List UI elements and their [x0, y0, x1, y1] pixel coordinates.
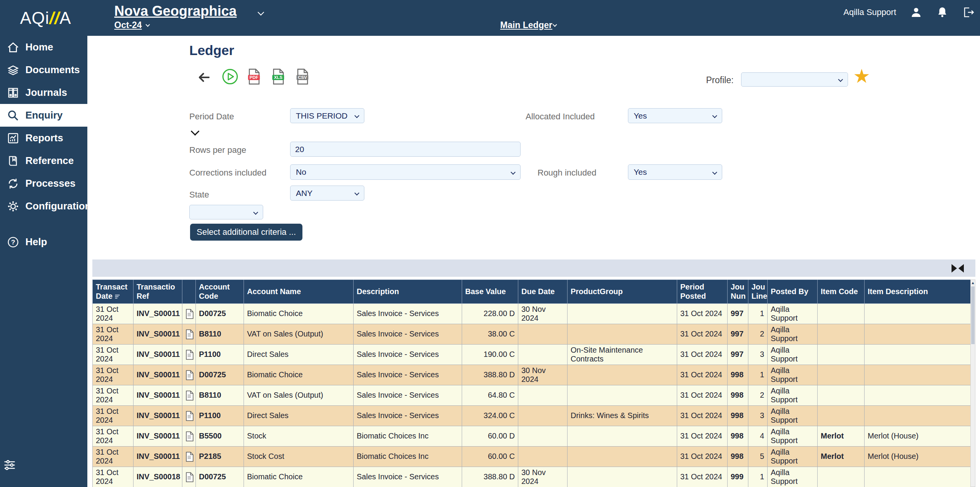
column-header-jnum[interactable]: Jou Nun: [728, 280, 748, 304]
column-header-jline[interactable]: Jou Line: [748, 280, 768, 304]
cell-code[interactable]: P1100: [196, 345, 244, 365]
additional-criteria-select[interactable]: [189, 205, 263, 219]
rough-included-select[interactable]: Yes: [628, 164, 722, 180]
sidebar-item-journals[interactable]: Journals: [0, 81, 87, 104]
cell-code[interactable]: P1100: [196, 406, 244, 426]
cell-ref[interactable]: INV_S00011: [134, 304, 182, 324]
cell-code[interactable]: B8110: [196, 324, 244, 345]
column-header-name[interactable]: Account Name: [244, 280, 354, 304]
export-pdf-icon[interactable]: PDF: [247, 69, 261, 85]
sidebar-item-home[interactable]: Home: [0, 36, 87, 59]
document-icon[interactable]: [182, 304, 196, 324]
cell-jnum[interactable]: 998: [728, 447, 748, 467]
column-header-by[interactable]: Posted By: [768, 280, 818, 304]
column-header-group[interactable]: ProductGroup: [568, 280, 677, 304]
cell-icode[interactable]: [818, 385, 865, 406]
collapse-columns-icon[interactable]: [951, 264, 965, 273]
notifications-bell-icon[interactable]: [936, 6, 948, 18]
chevron-down-icon: [838, 77, 843, 82]
cell-ref[interactable]: INV_S00011: [134, 406, 182, 426]
cell-jnum[interactable]: 997: [728, 345, 748, 365]
cell-ref[interactable]: INV_S00018: [134, 467, 182, 487]
column-header-base[interactable]: Base Value: [462, 280, 518, 304]
column-header-icode[interactable]: Item Code: [818, 280, 865, 304]
cell-ref[interactable]: INV_S00011: [134, 345, 182, 365]
cell-ref[interactable]: INV_S00011: [134, 447, 182, 467]
scroll-up-arrow[interactable]: ▲: [971, 280, 975, 286]
document-icon[interactable]: [182, 324, 196, 345]
cell-ref[interactable]: INV_S00011: [134, 426, 182, 447]
vertical-scrollbar[interactable]: ▲: [970, 279, 975, 487]
run-report-icon[interactable]: [222, 69, 238, 85]
profile-select[interactable]: [741, 72, 848, 87]
sidebar-item-reports[interactable]: Reports: [0, 127, 87, 149]
cell-jnum[interactable]: 998: [728, 365, 748, 385]
allocated-included-select[interactable]: Yes: [628, 108, 722, 123]
cell-icode[interactable]: Merlot: [818, 447, 865, 467]
expand-criteria-chevron[interactable]: [191, 127, 200, 136]
cell-code[interactable]: D00725: [196, 365, 244, 385]
cell-icode[interactable]: [818, 365, 865, 385]
rows-per-page-input[interactable]: [290, 142, 521, 157]
column-header-document[interactable]: [182, 280, 196, 304]
logout-icon[interactable]: [962, 6, 975, 18]
svg-text:?: ?: [11, 238, 15, 246]
ledger-selector[interactable]: Main Ledger: [500, 20, 552, 30]
sidebar-item-processes[interactable]: Processes: [0, 172, 87, 195]
document-icon[interactable]: [182, 385, 196, 406]
cell-jnum[interactable]: 998: [728, 406, 748, 426]
column-header-date[interactable]: Transact Date: [93, 280, 134, 304]
sidebar-item-enquiry[interactable]: Enquiry: [0, 104, 87, 127]
cell-icode[interactable]: [818, 304, 865, 324]
document-icon[interactable]: [182, 365, 196, 385]
cell-code[interactable]: B5500: [196, 426, 244, 447]
period-date-select[interactable]: THIS PERIOD: [290, 108, 364, 123]
cell-code[interactable]: D00725: [196, 467, 244, 487]
company-selector[interactable]: Nova Geographica: [114, 3, 237, 19]
cell-icode[interactable]: [818, 324, 865, 345]
cell-icode[interactable]: [818, 467, 865, 487]
sidebar-item-configuration[interactable]: Configuration: [0, 195, 87, 218]
cell-icode[interactable]: [818, 345, 865, 365]
document-icon[interactable]: [182, 406, 196, 426]
cell-code[interactable]: P2185: [196, 447, 244, 467]
filter-sliders-icon[interactable]: [3, 459, 16, 472]
column-header-idesc[interactable]: Item Description: [865, 280, 971, 304]
cell-icode[interactable]: Merlot: [818, 426, 865, 447]
cell-jnum[interactable]: 997: [728, 304, 748, 324]
back-arrow-icon[interactable]: [197, 70, 211, 84]
scrollbar-thumb[interactable]: [971, 286, 975, 344]
cell-code[interactable]: B8110: [196, 385, 244, 406]
cell-ref[interactable]: INV_S00011: [134, 385, 182, 406]
corrections-included-select[interactable]: No: [290, 164, 521, 180]
favourite-star-icon[interactable]: ★: [853, 67, 870, 86]
cell-icode[interactable]: [818, 406, 865, 426]
cell-jnum[interactable]: 999: [728, 467, 748, 487]
column-header-code[interactable]: Account Code: [196, 280, 244, 304]
column-header-desc[interactable]: Description: [354, 280, 462, 304]
export-xls-icon[interactable]: XLS: [271, 69, 285, 85]
cell-code[interactable]: D00725: [196, 304, 244, 324]
column-header-period[interactable]: Period Posted: [677, 280, 728, 304]
document-icon[interactable]: [182, 345, 196, 365]
cell-jnum[interactable]: 997: [728, 324, 748, 345]
export-csv-icon[interactable]: CSV: [296, 69, 309, 85]
sidebar-item-help[interactable]: ? Help: [0, 231, 87, 253]
sidebar-item-reference[interactable]: Reference: [0, 149, 87, 172]
cell-name: VAT on Sales (Output): [244, 385, 354, 406]
cell-ref[interactable]: INV_S00011: [134, 365, 182, 385]
document-icon[interactable]: [182, 447, 196, 467]
column-header-due[interactable]: Due Date: [518, 280, 568, 304]
sidebar-item-documents[interactable]: Documents: [0, 59, 87, 81]
state-select[interactable]: ANY: [290, 186, 364, 201]
column-header-ref[interactable]: Transactio Ref: [134, 280, 182, 304]
document-icon[interactable]: [182, 467, 196, 487]
cell-jnum[interactable]: 998: [728, 426, 748, 447]
document-icon[interactable]: [182, 426, 196, 447]
cell-jnum[interactable]: 998: [728, 385, 748, 406]
cell-ref[interactable]: INV_S00011: [134, 324, 182, 345]
select-additional-criteria-button[interactable]: Select additional criteria ...: [190, 224, 302, 241]
user-name: Aqilla Support: [843, 7, 896, 17]
accounting-period-selector[interactable]: Oct-24: [114, 20, 142, 30]
user-icon[interactable]: [910, 6, 922, 18]
